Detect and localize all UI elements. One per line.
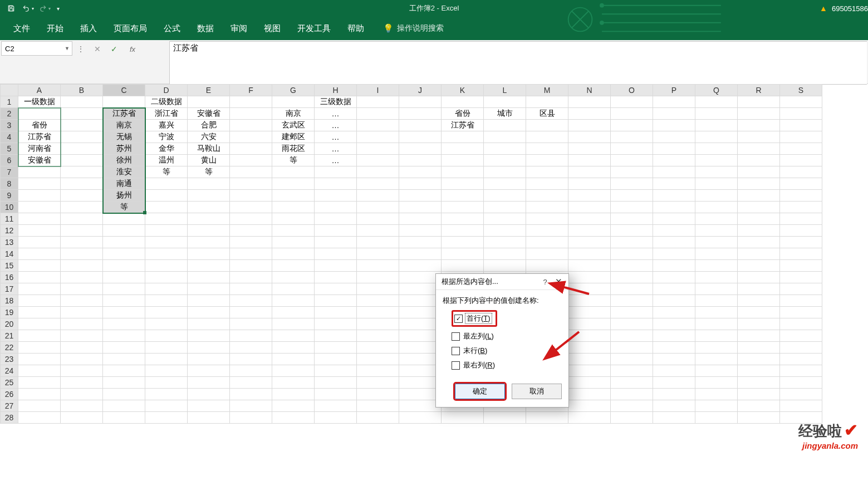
cell[interactable]: 区县 bbox=[526, 108, 568, 120]
cell[interactable] bbox=[103, 272, 145, 283]
cell[interactable] bbox=[611, 213, 653, 225]
cell[interactable] bbox=[357, 213, 399, 225]
cell[interactable] bbox=[780, 260, 822, 272]
cell[interactable] bbox=[18, 225, 61, 237]
cell[interactable] bbox=[526, 237, 568, 248]
cell[interactable]: 雨花区 bbox=[272, 143, 315, 155]
cell[interactable] bbox=[18, 260, 61, 272]
cell[interactable] bbox=[780, 202, 822, 213]
cell[interactable] bbox=[738, 377, 780, 389]
row-header[interactable]: 21 bbox=[1, 330, 18, 342]
cell[interactable] bbox=[442, 213, 484, 225]
cell[interactable] bbox=[780, 213, 822, 225]
cell[interactable] bbox=[695, 190, 738, 202]
cell[interactable] bbox=[526, 143, 568, 155]
cell[interactable] bbox=[399, 120, 442, 131]
cell[interactable] bbox=[145, 412, 188, 424]
cell[interactable] bbox=[611, 96, 653, 108]
cell[interactable] bbox=[18, 365, 61, 377]
row-header[interactable]: 13 bbox=[1, 237, 18, 248]
cell[interactable] bbox=[780, 237, 822, 248]
cell[interactable] bbox=[399, 202, 442, 213]
cell[interactable] bbox=[738, 120, 780, 131]
cell[interactable] bbox=[272, 412, 315, 424]
cell[interactable] bbox=[484, 225, 526, 237]
cell[interactable] bbox=[653, 330, 695, 342]
cell[interactable] bbox=[738, 237, 780, 248]
row-header[interactable]: 20 bbox=[1, 318, 18, 330]
cell[interactable] bbox=[145, 377, 188, 389]
cell[interactable] bbox=[357, 272, 399, 283]
cell[interactable]: 建邺区 bbox=[272, 131, 315, 143]
row-header[interactable]: 23 bbox=[1, 354, 18, 365]
row-header[interactable]: 27 bbox=[1, 400, 18, 412]
cell[interactable] bbox=[230, 389, 272, 400]
cell[interactable] bbox=[653, 318, 695, 330]
cell[interactable] bbox=[484, 190, 526, 202]
cell[interactable] bbox=[695, 330, 738, 342]
cell[interactable] bbox=[526, 178, 568, 190]
cell[interactable] bbox=[357, 412, 399, 424]
cell[interactable] bbox=[18, 377, 61, 389]
cell[interactable] bbox=[695, 400, 738, 412]
cell[interactable] bbox=[18, 318, 61, 330]
cell[interactable] bbox=[695, 307, 738, 318]
row-header[interactable]: 28 bbox=[1, 412, 18, 424]
account-name[interactable]: 695051586 bbox=[832, 4, 868, 13]
select-all-cell[interactable] bbox=[1, 85, 18, 96]
column-header[interactable]: S bbox=[780, 85, 822, 96]
cell[interactable] bbox=[568, 108, 611, 120]
cell[interactable] bbox=[568, 260, 611, 272]
cell[interactable] bbox=[653, 143, 695, 155]
cell[interactable] bbox=[103, 412, 145, 424]
cell[interactable] bbox=[738, 307, 780, 318]
cell[interactable] bbox=[315, 225, 357, 237]
row-header[interactable]: 26 bbox=[1, 389, 18, 400]
cell[interactable] bbox=[442, 412, 484, 424]
cell[interactable] bbox=[738, 260, 780, 272]
cell[interactable] bbox=[695, 202, 738, 213]
row-header[interactable]: 25 bbox=[1, 377, 18, 389]
cell[interactable] bbox=[526, 96, 568, 108]
cancel-icon[interactable]: ✕ bbox=[89, 42, 106, 56]
cell[interactable] bbox=[611, 260, 653, 272]
column-header[interactable]: K bbox=[442, 85, 484, 96]
checkbox-top-row[interactable] bbox=[454, 315, 463, 323]
cell[interactable] bbox=[442, 237, 484, 248]
cell[interactable] bbox=[653, 202, 695, 213]
cell[interactable] bbox=[61, 400, 103, 412]
cell[interactable] bbox=[484, 155, 526, 166]
cell[interactable] bbox=[653, 412, 695, 424]
cell[interactable] bbox=[188, 412, 230, 424]
column-header[interactable]: Q bbox=[695, 85, 738, 96]
cell[interactable] bbox=[653, 155, 695, 166]
cell[interactable] bbox=[484, 248, 526, 260]
cell[interactable] bbox=[568, 307, 611, 318]
cell[interactable] bbox=[103, 377, 145, 389]
cell[interactable] bbox=[145, 295, 188, 307]
cell[interactable] bbox=[61, 213, 103, 225]
cell[interactable] bbox=[357, 108, 399, 120]
cell[interactable] bbox=[230, 342, 272, 354]
cell[interactable] bbox=[145, 365, 188, 377]
cell[interactable] bbox=[695, 178, 738, 190]
cell[interactable] bbox=[61, 143, 103, 155]
ribbon-tab[interactable]: 页面布局 bbox=[106, 19, 155, 38]
chevron-down-icon[interactable]: ▼ bbox=[65, 46, 70, 51]
cell[interactable] bbox=[780, 178, 822, 190]
cell[interactable] bbox=[230, 412, 272, 424]
cell[interactable]: 嘉兴 bbox=[145, 120, 188, 131]
cell[interactable] bbox=[230, 283, 272, 295]
cell[interactable] bbox=[145, 225, 188, 237]
column-header[interactable]: M bbox=[526, 85, 568, 96]
cell[interactable] bbox=[526, 155, 568, 166]
column-header[interactable]: A bbox=[18, 85, 61, 96]
column-header[interactable]: B bbox=[61, 85, 103, 96]
cell[interactable] bbox=[399, 155, 442, 166]
cell[interactable] bbox=[61, 295, 103, 307]
cell[interactable] bbox=[526, 166, 568, 178]
cell[interactable]: 六安 bbox=[188, 131, 230, 143]
cell[interactable] bbox=[738, 365, 780, 377]
cell[interactable] bbox=[568, 120, 611, 131]
cell[interactable] bbox=[145, 248, 188, 260]
